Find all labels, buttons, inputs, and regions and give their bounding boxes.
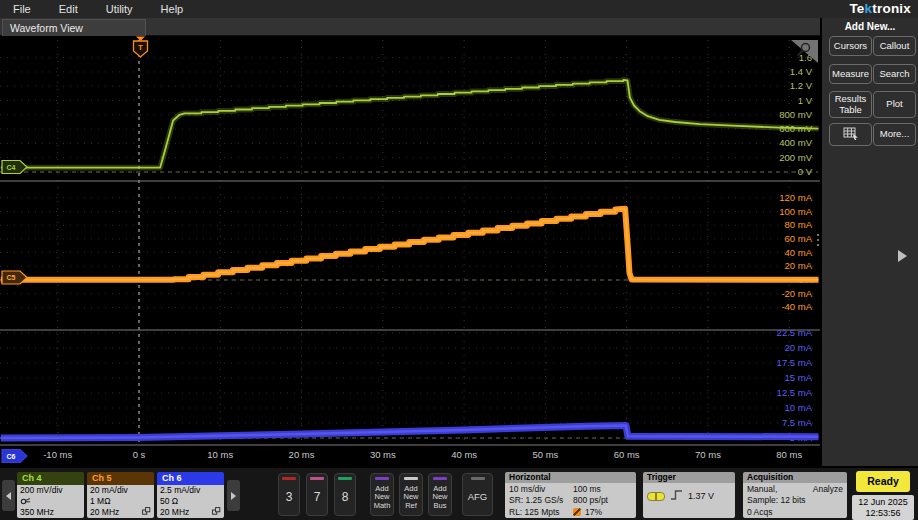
channel-marker-c4[interactable]: C4	[2, 161, 27, 174]
channel-scroll-right-button[interactable]	[227, 480, 240, 511]
acquisition-sample: Sample: 12 bits	[747, 495, 806, 506]
trigger-panel[interactable]: Trigger 1.37 V	[643, 472, 735, 518]
tab-waveform-view[interactable]: Waveform View	[2, 19, 146, 36]
svg-text:60 ms: 60 ms	[614, 449, 640, 460]
datetime-display: 12 Jun 2025 12:53:56	[852, 495, 914, 520]
measure-button[interactable]: Measure	[829, 64, 872, 84]
cursors-button[interactable]: Cursors	[829, 36, 872, 56]
probe-icon	[20, 496, 81, 507]
svg-text:T: T	[138, 43, 143, 52]
svg-text:-40 mA: -40 mA	[781, 301, 812, 312]
add-new-math-button[interactable]: AddNewMath	[370, 473, 394, 516]
chevron-left-icon	[6, 492, 11, 500]
expand-panel-arrow-icon[interactable]	[898, 250, 907, 262]
date-label: 12 Jun 2025	[852, 497, 914, 508]
svg-text:17.5 mA: 17.5 mA	[777, 357, 813, 368]
channel-scale: 20 mA/div	[90, 485, 151, 496]
horizontal-panel-title: Horizontal	[505, 472, 636, 483]
menu-item-file[interactable]: File	[13, 3, 31, 15]
trigger-level: 1.37 V	[688, 491, 714, 501]
channel-badge-ch6[interactable]: Ch 62.5 mA/div50 Ω20 MHz	[157, 472, 224, 518]
svg-text:7.5 mA: 7.5 mA	[782, 417, 813, 428]
menu-item-utility[interactable]: Utility	[106, 3, 133, 15]
svg-text:40 ms: 40 ms	[451, 449, 477, 460]
channel-bandwidth: 20 MHz	[160, 507, 221, 518]
callout-button[interactable]: Callout	[873, 36, 916, 56]
plot-button[interactable]: Plot	[873, 91, 916, 118]
axis-labels-c6: 22.5 mA20 mA17.5 mA15 mA12.5 mA10 mA7.5 …	[777, 327, 813, 443]
horizontal-window: 100 ms	[573, 484, 632, 495]
trigger-panel-title: Trigger	[643, 472, 735, 483]
channel-8-button[interactable]: 8	[334, 473, 356, 516]
axis-labels-c4: 1.61.4 V1.2 V1 V800 mV600 mV400 mV200 mV…	[779, 52, 812, 177]
svg-text:-10 ms: -10 ms	[43, 449, 72, 460]
horizontal-panel[interactable]: Horizontal 10 ms/div100 ms SR: 1.25 GS/s…	[505, 472, 636, 518]
acquisition-panel-title: Acquisition	[743, 472, 847, 483]
scrollbar-handle-dots[interactable]	[817, 234, 819, 246]
more-button[interactable]: More...	[873, 123, 916, 146]
channel-scroll-left-button[interactable]	[2, 480, 15, 511]
svg-text:70 ms: 70 ms	[695, 449, 721, 460]
add-new-ref-button[interactable]: AddNewRef	[399, 473, 423, 516]
menu-item-edit[interactable]: Edit	[59, 3, 78, 15]
svg-text:60 mA: 60 mA	[785, 233, 813, 244]
right-sidebar: Add New... Cursors Callout Measure Searc…	[822, 18, 918, 466]
channel-7-button[interactable]: 7	[306, 473, 328, 516]
afg-button[interactable]: AFG	[462, 473, 493, 516]
channel-impedance: 1 MΩ	[90, 496, 151, 507]
svg-text:-20 mA: -20 mA	[781, 288, 812, 299]
waveform-display[interactable]: 1.61.4 V1.2 V1 V800 mV600 mV400 mV200 mV…	[0, 36, 820, 463]
svg-text:80 mA: 80 mA	[785, 219, 813, 230]
rising-edge-icon	[670, 489, 683, 503]
add-new-bus-button[interactable]: AddNewBus	[428, 473, 452, 516]
add-new-title: Add New...	[822, 21, 918, 32]
channel-bandwidth: 20 MHz	[90, 507, 151, 518]
compression-indicator-icon	[573, 508, 581, 516]
svg-text:40 mA: 40 mA	[785, 247, 813, 258]
menu-item-help[interactable]: Help	[161, 3, 184, 15]
svg-text:20 ms: 20 ms	[289, 449, 315, 460]
svg-text:10 ms: 10 ms	[207, 449, 233, 460]
svg-text:C5: C5	[7, 274, 16, 281]
search-button[interactable]: Search	[873, 64, 916, 84]
svg-text:400 mV: 400 mV	[779, 137, 812, 148]
svg-text:120 mA: 120 mA	[779, 192, 812, 203]
svg-text:80 ms: 80 ms	[776, 449, 802, 460]
scope-graticule: 1.61.4 V1.2 V1 V800 mV600 mV400 mV200 mV…	[0, 36, 820, 463]
svg-text:22.5 mA: 22.5 mA	[777, 327, 813, 338]
svg-text:0 V: 0 V	[798, 166, 813, 177]
menu-bar: File Edit Utility Help Tektronix	[0, 0, 918, 18]
channel-scale: 200 mV/div	[20, 485, 81, 496]
acquisition-panel[interactable]: Acquisition Manual,Analyze Sample: 12 bi…	[743, 472, 847, 518]
ch4-output-voltage-trace	[1, 80, 819, 168]
results-table-button[interactable]: Results Table	[829, 91, 872, 118]
svg-text:100 mA: 100 mA	[779, 206, 812, 217]
trigger-flag[interactable]: T	[134, 37, 148, 58]
channel-scale: 2.5 mA/div	[160, 485, 221, 496]
svg-text:50 ms: 50 ms	[532, 449, 558, 460]
channel-badge-ch5[interactable]: Ch 520 mA/div1 MΩ20 MHz	[87, 472, 154, 518]
table-grid-button[interactable]	[829, 123, 872, 146]
trigger-source-badge	[647, 492, 665, 501]
time-axis-labels: -10 ms0 s10 ms20 ms30 ms40 ms50 ms60 ms7…	[43, 449, 802, 460]
acquisition-count: 0 Acqs	[747, 507, 773, 518]
sample-rate: SR: 1.25 GS/s	[509, 495, 573, 506]
ch6-supply-current-trace	[1, 425, 819, 438]
svg-text:30 ms: 30 ms	[370, 449, 396, 460]
channel-marker-c6[interactable]: C6	[2, 450, 27, 463]
compression-percent: 17%	[585, 507, 602, 518]
channel-name: Ch 4	[17, 472, 84, 485]
channel-3-button[interactable]: 3	[278, 473, 300, 516]
pane-separators	[0, 181, 820, 445]
bandwidth-limit-icon	[212, 507, 221, 518]
status-bar: Ch 4200 mV/div350 MHzCh 520 mA/div1 MΩ20…	[0, 466, 918, 520]
chevron-right-icon	[231, 492, 236, 500]
acquisition-mode: Manual,	[747, 484, 777, 495]
svg-text:1.2 V: 1.2 V	[790, 80, 813, 91]
time-label: 12:53:56	[852, 508, 914, 519]
svg-text:20 mA: 20 mA	[785, 342, 813, 353]
channel-badge-ch4[interactable]: Ch 4200 mV/div350 MHz	[17, 472, 84, 518]
table-grid-icon	[843, 127, 859, 142]
svg-text:10 mA: 10 mA	[785, 402, 813, 413]
svg-text:12.5 mA: 12.5 mA	[777, 387, 813, 398]
